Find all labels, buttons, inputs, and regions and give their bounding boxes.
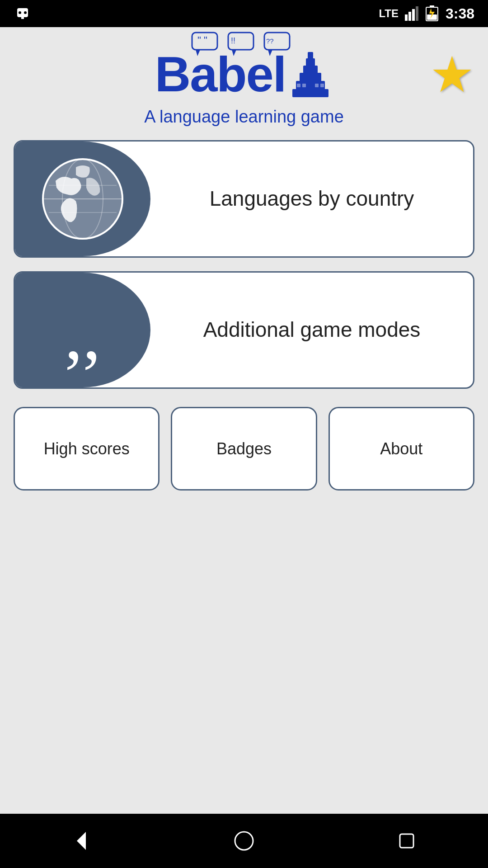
languages-by-country-label-area: Languages by country [150,142,473,256]
time-display: 3:38 [446,5,474,22]
back-icon [70,830,93,852]
star-icon: ★ [430,47,474,102]
speech-bubble-1: " " [191,32,223,57]
notification-icon [14,5,32,23]
svg-marker-21 [268,50,272,56]
svg-point-1 [19,11,21,14]
recents-icon [395,830,418,852]
svg-point-2 [24,11,27,14]
svg-marker-15 [196,50,200,56]
navigation-bar [0,814,488,868]
game-mode-buttons: Languages by country ,, Additional game … [14,140,474,389]
badges-button[interactable]: Badges [171,407,317,491]
svg-rect-24 [300,73,321,82]
logo-container: " " !! ?? Babel [144,45,344,127]
badges-label: Badges [216,439,272,458]
svg-rect-26 [306,58,315,66]
signal-icon [404,5,420,22]
svg-rect-5 [408,12,411,21]
svg-text:??: ?? [266,37,274,45]
svg-rect-25 [303,66,318,74]
svg-rect-22 [292,89,328,97]
svg-marker-38 [77,832,86,850]
svg-text:!!: !! [231,36,235,45]
svg-rect-7 [416,6,418,21]
about-button[interactable]: About [328,407,474,491]
high-scores-button[interactable]: High scores [14,407,160,491]
quotes-icon-area: ,, [15,273,150,387]
status-icons: LTE 3:38 [379,5,474,22]
svg-rect-31 [320,84,324,87]
battery-icon [426,5,440,22]
svg-rect-6 [412,9,415,21]
home-button[interactable] [230,827,258,854]
app-subtitle: A language learning game [144,107,344,127]
svg-rect-40 [400,834,413,848]
star-favorites-button[interactable]: ★ [430,50,474,99]
svg-point-39 [235,832,253,850]
svg-rect-9 [430,5,434,8]
main-content: " " !! ?? Babel [0,27,488,814]
speech-bubble-2: !! [227,32,259,57]
additional-game-modes-label-area: Additional game modes [150,273,473,387]
lte-label: LTE [379,7,399,20]
quotes-icon: ,, [65,306,101,363]
svg-text:": " [197,34,201,46]
recents-button[interactable] [393,827,420,854]
additional-game-modes-button[interactable]: ,, Additional game modes [14,271,474,389]
svg-rect-4 [405,14,408,21]
bottom-buttons-row: High scores Badges About [14,407,474,491]
svg-rect-3 [21,17,24,19]
speech-bubbles: " " !! ?? [191,32,295,57]
status-bar-left [14,5,32,23]
back-button[interactable] [68,827,95,854]
languages-by-country-label: Languages by country [210,185,414,212]
svg-text:": " [204,34,207,46]
additional-game-modes-label: Additional game modes [203,316,421,344]
globe-icon-area [15,142,150,256]
languages-by-country-button[interactable]: Languages by country [14,140,474,258]
svg-rect-30 [315,84,319,87]
speech-bubble-3: ?? [263,32,295,57]
svg-rect-29 [302,84,306,87]
svg-rect-28 [297,84,300,87]
about-label: About [380,439,422,458]
header-section: " " !! ?? Babel [14,45,474,127]
svg-marker-18 [232,50,236,56]
globe-icon [38,154,128,244]
svg-rect-27 [308,52,313,59]
high-scores-label: High scores [44,439,130,458]
status-bar: LTE 3:38 [0,0,488,27]
home-icon [233,830,255,852]
